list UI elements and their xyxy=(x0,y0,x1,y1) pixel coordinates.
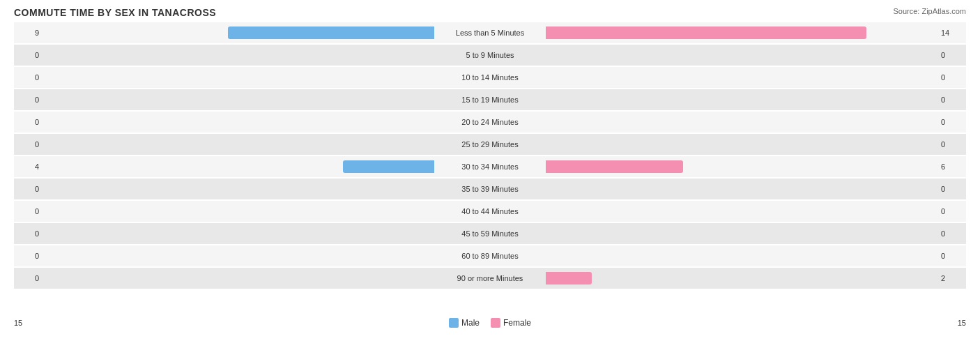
female-value: 0 xyxy=(938,185,966,193)
female-bar-container xyxy=(546,70,938,84)
male-value: 0 xyxy=(14,140,42,149)
bar-section: 40 to 44 Minutes xyxy=(42,201,938,222)
bar-section: 90 or more Minutes xyxy=(42,268,938,289)
male-bar-container xyxy=(42,160,434,174)
chart-row: 4 30 to 34 Minutes 6 xyxy=(14,156,966,177)
female-value: 0 xyxy=(938,118,966,126)
male-bar-container xyxy=(42,271,434,285)
female-bar-container xyxy=(546,160,938,174)
bar-section: 35 to 39 Minutes xyxy=(42,179,938,199)
bar-section: 25 to 29 Minutes xyxy=(42,134,938,155)
female-bar-container xyxy=(546,204,938,218)
female-value: 14 xyxy=(938,29,966,37)
male-value: 0 xyxy=(14,185,42,193)
chart-row: 0 10 to 14 Minutes 0 xyxy=(14,67,966,88)
male-bar xyxy=(343,160,434,173)
row-label: 5 to 9 Minutes xyxy=(434,51,546,59)
male-bar-container xyxy=(42,115,434,129)
female-value: 2 xyxy=(938,274,966,282)
chart-row: 0 15 to 19 Minutes 0 xyxy=(14,89,966,110)
row-label: 35 to 39 Minutes xyxy=(434,185,546,193)
male-value: 4 xyxy=(14,162,42,171)
row-label: Less than 5 Minutes xyxy=(434,29,546,37)
male-value: 0 xyxy=(14,229,42,238)
female-value: 0 xyxy=(938,96,966,104)
female-bar-container xyxy=(546,249,938,263)
female-value: 0 xyxy=(938,140,966,149)
bar-section: 30 to 34 Minutes xyxy=(42,156,938,177)
male-bar xyxy=(228,26,434,39)
male-bar-container xyxy=(42,227,434,241)
bar-section: 10 to 14 Minutes xyxy=(42,67,938,88)
male-value: 0 xyxy=(14,274,42,282)
bar-section: 60 to 89 Minutes xyxy=(42,245,938,266)
chart-title: COMMUTE TIME BY SEX IN TANACROSS xyxy=(14,7,966,18)
chart-row: 0 60 to 89 Minutes 0 xyxy=(14,245,966,266)
female-bar xyxy=(546,272,592,285)
row-label: 45 to 59 Minutes xyxy=(434,229,546,238)
male-bar-container xyxy=(42,93,434,107)
female-value: 0 xyxy=(938,229,966,238)
male-bar-container xyxy=(42,137,434,151)
row-label: 60 to 89 Minutes xyxy=(434,252,546,260)
female-value: 0 xyxy=(938,51,966,59)
chart-row: 0 35 to 39 Minutes 0 xyxy=(14,179,966,199)
row-label: 15 to 19 Minutes xyxy=(434,96,546,104)
chart-row: 0 5 to 9 Minutes 0 xyxy=(14,45,966,66)
bar-section: 15 to 19 Minutes xyxy=(42,89,938,110)
male-bar-container xyxy=(42,48,434,62)
legend: Male Female xyxy=(449,318,531,328)
male-bar-container xyxy=(42,70,434,84)
male-value: 0 xyxy=(14,252,42,260)
female-bar-container xyxy=(546,48,938,62)
legend-female-label: Female xyxy=(503,318,531,328)
female-bar xyxy=(546,160,683,173)
row-label: 20 to 24 Minutes xyxy=(434,118,546,126)
female-value: 0 xyxy=(938,252,966,260)
female-bar-container xyxy=(546,271,938,285)
female-bar-container xyxy=(546,93,938,107)
male-value: 0 xyxy=(14,51,42,59)
female-value: 6 xyxy=(938,162,966,171)
male-value: 0 xyxy=(14,207,42,215)
female-value: 0 xyxy=(938,207,966,215)
chart-row: 0 20 to 24 Minutes 0 xyxy=(14,112,966,132)
male-bar-container xyxy=(42,204,434,218)
bar-section: 5 to 9 Minutes xyxy=(42,45,938,66)
chart-row: 0 45 to 59 Minutes 0 xyxy=(14,223,966,244)
row-label: 40 to 44 Minutes xyxy=(434,207,546,215)
legend-female: Female xyxy=(491,318,531,328)
male-value: 0 xyxy=(14,73,42,82)
bar-section: 45 to 59 Minutes xyxy=(42,223,938,244)
male-bar-container xyxy=(42,182,434,196)
male-value: 9 xyxy=(14,29,42,37)
footer-right-value: 15 xyxy=(938,319,966,327)
chart-row: 0 40 to 44 Minutes 0 xyxy=(14,201,966,222)
female-bar-container xyxy=(546,26,938,40)
chart-area: 9 Less than 5 Minutes 14 0 5 to 9 Minute… xyxy=(14,22,966,315)
female-value: 0 xyxy=(938,73,966,82)
female-bar-container xyxy=(546,182,938,196)
chart-row: 0 90 or more Minutes 2 xyxy=(14,268,966,289)
chart-row: 0 25 to 29 Minutes 0 xyxy=(14,134,966,155)
male-bar-container xyxy=(42,249,434,263)
female-bar-container xyxy=(546,115,938,129)
female-bar-container xyxy=(546,227,938,241)
legend-male: Male xyxy=(449,318,480,328)
row-label: 25 to 29 Minutes xyxy=(434,140,546,149)
footer-left-value: 15 xyxy=(14,319,42,327)
chart-row: 9 Less than 5 Minutes 14 xyxy=(14,22,966,43)
female-bar xyxy=(546,26,866,39)
chart-container: COMMUTE TIME BY SEX IN TANACROSS Source:… xyxy=(0,0,980,364)
chart-footer: 15 Male Female 15 xyxy=(14,318,966,328)
bar-section: Less than 5 Minutes xyxy=(42,22,938,43)
female-bar-container xyxy=(546,137,938,151)
legend-female-box xyxy=(491,318,500,328)
legend-male-box xyxy=(449,318,459,328)
legend-male-label: Male xyxy=(461,318,480,328)
source-label: Source: ZipAtlas.com xyxy=(893,7,966,15)
male-bar-container xyxy=(42,26,434,40)
row-label: 30 to 34 Minutes xyxy=(434,162,546,171)
row-label: 10 to 14 Minutes xyxy=(434,73,546,82)
male-value: 0 xyxy=(14,96,42,104)
